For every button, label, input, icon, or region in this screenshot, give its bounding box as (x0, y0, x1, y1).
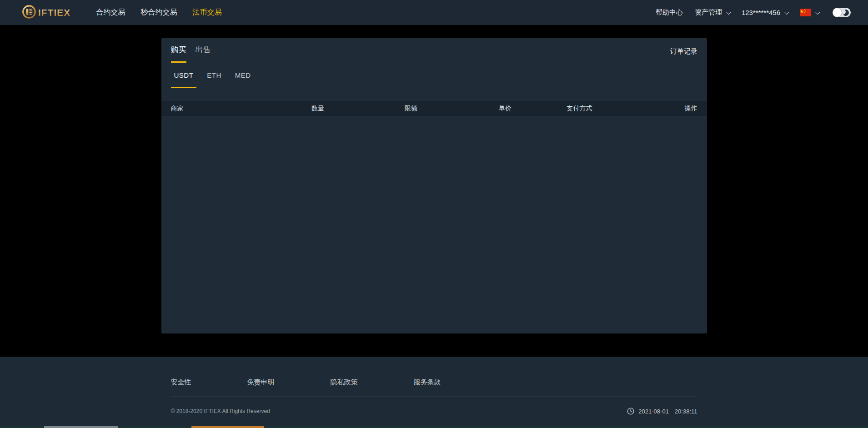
asset-management-label: 资产管理 (695, 8, 722, 17)
top-navbar: IFTIEX 合约交易 秒合约交易 法币交易 帮助中心 资产管理 123****… (0, 0, 868, 25)
copyright-text: © 2018-2020 IFTIEX All Rights Reserved (171, 408, 270, 414)
chevron-down-icon (784, 9, 789, 14)
moon-icon (843, 10, 849, 16)
nav-contract-trading[interactable]: 合约交易 (96, 8, 125, 17)
tab-eth[interactable]: ETH (204, 71, 225, 88)
china-flag-icon (800, 9, 811, 16)
main-nav: 合约交易 秒合约交易 法币交易 (96, 8, 221, 17)
nav-second-contract-trading[interactable]: 秒合约交易 (140, 8, 177, 17)
main-content: 购买 出售 订单记录 USDT ETH MED 商家 数量 限额 单价 支付方式… (0, 38, 868, 333)
ticker-segment-orange (191, 426, 264, 428)
chevron-down-icon (815, 9, 820, 14)
col-merchant: 商家 (171, 105, 311, 113)
trade-tabbar: 购买 出售 订单记录 (161, 38, 707, 63)
time-text: 20:38:11 (675, 408, 697, 415)
bottom-ticker-strip (0, 426, 868, 428)
coin-tabbar: USDT ETH MED (161, 63, 707, 88)
navbar-right: 帮助中心 资产管理 123******456 (656, 8, 851, 17)
help-center-link[interactable]: 帮助中心 (656, 8, 683, 17)
table-body-empty (161, 116, 707, 333)
footer-divider (171, 396, 697, 397)
brand-logo[interactable]: IFTIEX (22, 5, 70, 21)
footer-links: 安全性 免责申明 隐私政策 服务条款 (171, 378, 697, 387)
otc-trade-panel: 购买 出售 订单记录 USDT ETH MED 商家 数量 限额 单价 支付方式… (161, 38, 707, 333)
col-payment-method: 支付方式 (567, 105, 656, 113)
toggle-knob (833, 8, 842, 17)
nav-fiat-trading[interactable]: 法币交易 (192, 8, 221, 17)
col-actions: 操作 (656, 105, 697, 113)
tab-buy[interactable]: 购买 (171, 45, 186, 63)
footer-link-security[interactable]: 安全性 (171, 378, 191, 387)
server-datetime: 2021-08-01 20:38:11 (627, 408, 697, 415)
table-header-row: 商家 数量 限额 单价 支付方式 操作 (161, 101, 707, 116)
coin-logo-icon (22, 5, 36, 21)
col-limit: 限额 (405, 105, 499, 113)
page-footer: 安全性 免责申明 隐私政策 服务条款 © 2018-2020 IFTIEX Al… (0, 357, 868, 428)
chevron-down-icon (726, 9, 731, 14)
footer-inner: 安全性 免责申明 隐私政策 服务条款 © 2018-2020 IFTIEX Al… (161, 357, 707, 415)
account-menu[interactable]: 123******456 (742, 9, 788, 16)
clock-icon (627, 408, 634, 415)
brand-name: IFTIEX (38, 7, 70, 18)
footer-link-disclaimer[interactable]: 免责申明 (247, 378, 275, 387)
tab-usdt[interactable]: USDT (171, 71, 197, 88)
tab-sell[interactable]: 出售 (196, 45, 211, 63)
account-label: 123******456 (742, 9, 780, 16)
footer-bottom-row: © 2018-2020 IFTIEX All Rights Reserved 2… (171, 408, 697, 415)
ticker-segment-gray (44, 426, 118, 428)
asset-management-menu[interactable]: 资产管理 (695, 8, 730, 17)
date-text: 2021-08-01 (638, 408, 669, 415)
order-record-link[interactable]: 订单记录 (670, 45, 697, 56)
tab-med[interactable]: MED (232, 71, 254, 88)
footer-link-terms-of-service[interactable]: 服务条款 (414, 378, 441, 387)
col-unit-price: 单价 (499, 105, 567, 113)
col-quantity: 数量 (311, 105, 405, 113)
language-menu[interactable] (800, 9, 819, 16)
footer-link-privacy-policy[interactable]: 隐私政策 (331, 378, 358, 387)
theme-toggle[interactable] (833, 8, 851, 17)
